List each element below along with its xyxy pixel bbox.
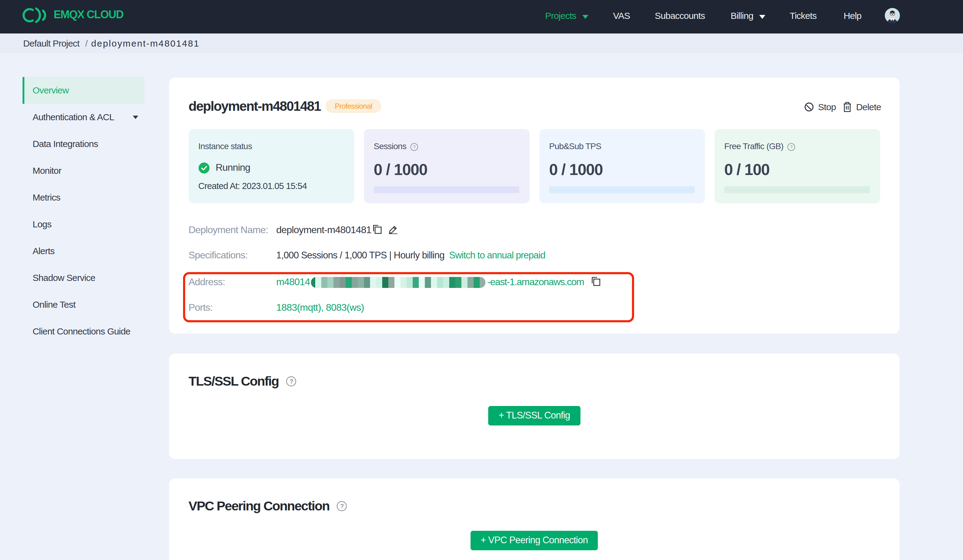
svg-text:?: ? <box>340 503 344 510</box>
svg-text:?: ? <box>413 144 415 149</box>
svg-text:?: ? <box>290 378 293 385</box>
svg-text:?: ? <box>790 144 793 149</box>
